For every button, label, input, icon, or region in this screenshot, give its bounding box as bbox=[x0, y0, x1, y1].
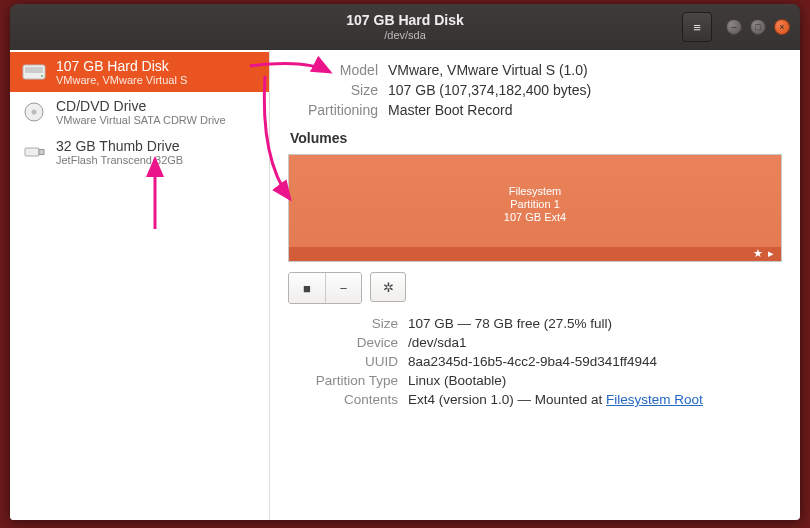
device-sidebar: 107 GB Hard Disk VMware, VMware Virtual … bbox=[10, 50, 270, 520]
ptype-label: Partition Type bbox=[288, 373, 398, 388]
remove-button[interactable]: − bbox=[325, 273, 361, 303]
puuid-value: 8aa2345d-16b5-4cc2-9ba4-59d341ff4944 bbox=[408, 354, 657, 369]
ptype-value: Linux (Bootable) bbox=[408, 373, 506, 388]
psize-value: 107 GB — 78 GB free (27.5% full) bbox=[408, 316, 612, 331]
maximize-button[interactable]: □ bbox=[750, 19, 766, 35]
svg-rect-6 bbox=[39, 150, 44, 155]
contents-prefix: Ext4 (version 1.0) — Mounted at bbox=[408, 392, 606, 407]
disk-icon bbox=[20, 61, 48, 83]
close-icon: × bbox=[775, 20, 789, 34]
psize-label: Size bbox=[288, 316, 398, 331]
svg-rect-1 bbox=[25, 67, 43, 73]
svg-point-4 bbox=[32, 110, 37, 115]
sidebar-item-title: 107 GB Hard Disk bbox=[56, 58, 187, 74]
svg-rect-5 bbox=[25, 148, 39, 156]
puuid-label: UUID bbox=[288, 354, 398, 369]
titlebar: 107 GB Hard Disk /dev/sda ≡ – □ × bbox=[10, 4, 800, 50]
minus-icon: − bbox=[340, 281, 348, 296]
size-value: 107 GB (107,374,182,400 bytes) bbox=[388, 82, 591, 98]
partitioning-value: Master Boot Record bbox=[388, 102, 513, 118]
model-label: Model bbox=[288, 62, 378, 78]
sidebar-item-usb[interactable]: 32 GB Thumb Drive JetFlash Transcend 32G… bbox=[10, 132, 269, 172]
pdevice-label: Device bbox=[288, 335, 398, 350]
pcontents-value: Ext4 (version 1.0) — Mounted at Filesyst… bbox=[408, 392, 703, 407]
sidebar-item-disk[interactable]: 107 GB Hard Disk VMware, VMware Virtual … bbox=[10, 52, 269, 92]
options-button[interactable]: ✲ bbox=[370, 272, 406, 302]
size-label: Size bbox=[288, 82, 378, 98]
sidebar-item-title: CD/DVD Drive bbox=[56, 98, 226, 114]
partition-line2: Partition 1 bbox=[289, 198, 781, 211]
sidebar-item-title: 32 GB Thumb Drive bbox=[56, 138, 183, 154]
minimize-button[interactable]: – bbox=[726, 19, 742, 35]
minimize-icon: – bbox=[727, 20, 741, 34]
sidebar-item-optical[interactable]: CD/DVD Drive VMware Virtual SATA CDRW Dr… bbox=[10, 92, 269, 132]
volume-toolbar: ■ − ✲ bbox=[288, 272, 782, 304]
svg-point-2 bbox=[41, 75, 43, 77]
optical-icon bbox=[20, 101, 48, 123]
main-panel: Model VMware, VMware Virtual S (1.0) Siz… bbox=[270, 50, 800, 520]
partition-flags-icon: ★ ▸ bbox=[753, 247, 775, 260]
menu-button[interactable]: ≡ bbox=[682, 12, 712, 42]
partitioning-label: Partitioning bbox=[288, 102, 378, 118]
usb-icon bbox=[20, 141, 48, 163]
gear-icon: ✲ bbox=[383, 280, 394, 295]
partition-line3: 107 GB Ext4 bbox=[289, 211, 781, 224]
maximize-icon: □ bbox=[751, 20, 765, 34]
sidebar-item-subtitle: VMware, VMware Virtual S bbox=[56, 74, 187, 86]
model-value: VMware, VMware Virtual S (1.0) bbox=[388, 62, 588, 78]
stop-button[interactable]: ■ bbox=[289, 273, 325, 303]
volume-partition[interactable]: Filesystem Partition 1 107 GB Ext4 ★ ▸ bbox=[289, 155, 781, 261]
volume-map[interactable]: Filesystem Partition 1 107 GB Ext4 ★ ▸ bbox=[288, 154, 782, 262]
close-button[interactable]: × bbox=[774, 19, 790, 35]
stop-icon: ■ bbox=[303, 281, 311, 296]
pcontents-label: Contents bbox=[288, 392, 398, 407]
volumes-header: Volumes bbox=[290, 130, 782, 146]
sidebar-item-subtitle: JetFlash Transcend 32GB bbox=[56, 154, 183, 166]
hamburger-icon: ≡ bbox=[693, 20, 701, 35]
sidebar-item-subtitle: VMware Virtual SATA CDRW Drive bbox=[56, 114, 226, 126]
filesystem-root-link[interactable]: Filesystem Root bbox=[606, 392, 703, 407]
partition-line1: Filesystem bbox=[289, 185, 781, 198]
pdevice-value: /dev/sda1 bbox=[408, 335, 467, 350]
